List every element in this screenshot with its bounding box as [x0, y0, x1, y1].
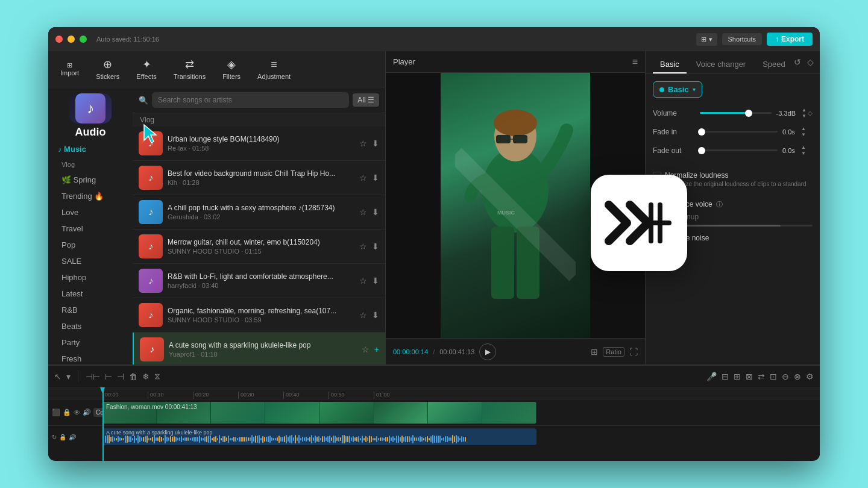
reset-icon[interactable]: ↺	[794, 57, 801, 67]
keyframe-icon[interactable]: ◇	[807, 57, 814, 67]
split-tool-icon[interactable]: ⊣⊢	[86, 372, 100, 381]
minimize-button[interactable]	[68, 36, 75, 43]
eye-icon[interactable]: 👁	[74, 409, 80, 416]
stepper-down-icon[interactable]: ▼	[796, 132, 806, 138]
lock-icon[interactable]: 🔒	[63, 408, 71, 416]
download-icon[interactable]: ⬇	[372, 139, 379, 148]
waveform-bar	[416, 437, 417, 441]
stepper-down-icon[interactable]: ▼	[796, 151, 806, 157]
tl-icon-3[interactable]: ⊠	[746, 372, 753, 381]
fade-in-slider[interactable]	[700, 131, 778, 133]
tab-voice-changer[interactable]: Voice changer	[689, 56, 753, 74]
stepper-up-icon[interactable]: ▲	[797, 107, 807, 113]
audio-cat-music[interactable]: ♪ Music	[48, 141, 133, 157]
import-area[interactable]: ⊞ Import	[53, 58, 86, 80]
favorite-icon[interactable]: ☆	[359, 207, 367, 217]
volume-stepper[interactable]: ▲ ▼	[797, 107, 807, 119]
music-item[interactable]: ♪ A chill pop truck with a sexy atmosphe…	[133, 195, 385, 230]
select-tool-icon[interactable]: ↖	[54, 372, 61, 381]
audio-lock-icon[interactable]: 🔒	[59, 434, 66, 440]
audio-cat-party[interactable]: Party	[48, 334, 133, 351]
music-item[interactable]: ♪ R&B with Lo-Fi, light and comfortable …	[133, 264, 385, 298]
music-item[interactable]: ♪ Merrow guitar, chill out, winter, emo …	[133, 230, 385, 264]
audio-cat-travel[interactable]: Travel	[48, 221, 133, 237]
audio-cat-sale[interactable]: SALE	[48, 253, 133, 269]
loop-icon[interactable]: ↻	[52, 434, 57, 440]
layout-button[interactable]: ⊞ ▾	[696, 33, 717, 46]
favorite-icon[interactable]: ☆	[362, 345, 370, 354]
music-item[interactable]: ♪ Best for video background music Chill …	[133, 161, 385, 195]
stepper-up-icon[interactable]: ▲	[796, 145, 806, 151]
music-item-active[interactable]: ♪ A cute song with a sparkling ukulele-l…	[133, 333, 385, 364]
stepper-down-icon[interactable]: ▼	[797, 113, 807, 119]
audio-cat-beats[interactable]: Beats	[48, 318, 133, 334]
fade-out-stepper[interactable]: ▲ ▼	[796, 145, 806, 156]
music-search-input[interactable]	[152, 92, 349, 108]
player-menu-icon[interactable]: ≡	[632, 57, 638, 67]
trim-left-icon[interactable]: ⊢	[105, 372, 112, 381]
volume-slider[interactable]	[700, 112, 772, 114]
favorite-icon[interactable]: ☆	[359, 139, 367, 148]
basic-dropdown[interactable]: Basic ▾	[653, 81, 702, 98]
stickers-button[interactable]: ⊕ Stickers	[89, 54, 127, 84]
audio-cat-trending[interactable]: Trending 🔥	[48, 188, 133, 204]
maximize-button[interactable]	[80, 36, 87, 43]
stepper-up-icon[interactable]: ▲	[796, 126, 806, 132]
audio-cat-fresh[interactable]: Fresh	[48, 351, 133, 364]
export-button[interactable]: ↑ Export	[767, 33, 813, 46]
audio-vol-icon[interactable]: 🔊	[69, 434, 76, 440]
audio-cat-hiphop[interactable]: Hiphop	[48, 269, 133, 286]
favorite-icon[interactable]: ☆	[359, 173, 367, 183]
tool-chevron-icon[interactable]: ▾	[66, 372, 71, 381]
info-icon[interactable]: ⓘ	[716, 200, 723, 209]
adjustment-button[interactable]: ≡ Adjustment	[250, 55, 298, 84]
tab-basic[interactable]: Basic	[653, 56, 687, 74]
mic-icon[interactable]: 🎤	[706, 372, 717, 381]
audio-mute-icon[interactable]: 🔊	[83, 408, 91, 416]
download-icon[interactable]: ⬇	[372, 173, 379, 183]
download-icon[interactable]: ⬇	[372, 310, 379, 320]
filters-button[interactable]: ◈ Filters	[215, 54, 248, 84]
shortcuts-button[interactable]: Shortcuts	[722, 33, 762, 45]
audio-cat-love[interactable]: Love	[48, 204, 133, 221]
audio-cat-spring[interactable]: 🌿 Spring	[48, 172, 133, 188]
tab-speed[interactable]: Speed	[755, 56, 793, 74]
transitions-button[interactable]: ⇄ Transitions	[166, 54, 213, 84]
freeze-icon[interactable]: ❄	[142, 372, 149, 381]
download-icon[interactable]: ⬇	[372, 207, 379, 217]
music-meta: Kih · 01:28	[168, 179, 354, 186]
download-icon[interactable]: ⬇	[372, 276, 379, 286]
speed-icon[interactable]: ⧖	[154, 371, 160, 381]
tl-icon-1[interactable]: ⊟	[722, 372, 729, 381]
music-item[interactable]: ♪ Urban lounge style BGM(1148490) Re-lax…	[133, 127, 385, 161]
fade-out-slider[interactable]	[700, 149, 778, 151]
audio-cat-rnb[interactable]: R&B	[48, 302, 133, 318]
audio-cat-pop[interactable]: Pop	[48, 237, 133, 253]
tl-icon-4[interactable]: ⇄	[758, 372, 765, 381]
fade-in-stepper[interactable]: ▲ ▼	[796, 126, 806, 137]
waveform-bar	[438, 436, 439, 442]
fullscreen-icon[interactable]: ⛶	[629, 347, 638, 357]
tl-icon-2[interactable]: ⊞	[734, 372, 741, 381]
grid-view-icon[interactable]: ⊞	[591, 347, 598, 357]
favorite-icon[interactable]: ☆	[359, 310, 367, 320]
effects-button[interactable]: ✦ Effects	[129, 54, 163, 84]
audio-cat-latest[interactable]: Latest	[48, 286, 133, 302]
add-icon[interactable]: +	[374, 345, 379, 354]
trim-right-icon[interactable]: ⊣	[117, 372, 124, 381]
download-icon[interactable]: ⬇	[372, 242, 379, 251]
settings-icon[interactable]: ⚙	[806, 372, 814, 381]
ratio-icon[interactable]: Ratio	[603, 347, 624, 357]
all-filter-button[interactable]: All ☰	[353, 93, 379, 107]
delete-icon[interactable]: 🗑	[129, 372, 137, 381]
ruler-ticks: 00:00 00:10 00:20 00:30 00:40 00:50 01:0…	[102, 387, 419, 399]
volume-keyframe-icon[interactable]: ◇	[808, 110, 813, 116]
favorite-icon[interactable]: ☆	[359, 276, 367, 286]
close-button[interactable]	[55, 36, 63, 43]
tl-icon-6[interactable]: ⊖	[782, 372, 789, 381]
favorite-icon[interactable]: ☆	[359, 242, 367, 251]
play-button[interactable]: ▶	[479, 343, 496, 360]
tl-icon-7[interactable]: ⊗	[794, 372, 801, 381]
music-item[interactable]: ♪ Organic, fashionable, morning, refresh…	[133, 298, 385, 333]
tl-icon-5[interactable]: ⊡	[770, 372, 777, 381]
